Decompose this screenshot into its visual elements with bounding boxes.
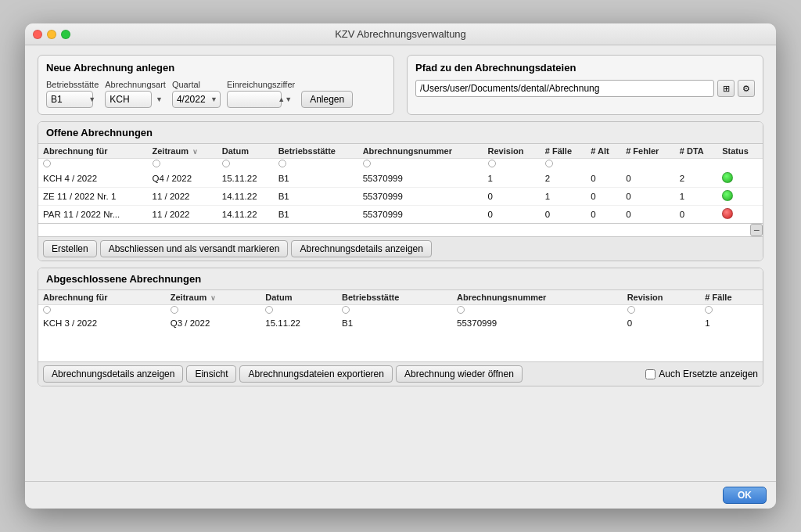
col-status: Status bbox=[717, 144, 763, 159]
col-dta: # DTA bbox=[675, 144, 717, 159]
abrechnungsart-select[interactable]: KCH bbox=[105, 91, 152, 108]
offene-filter-row bbox=[38, 159, 763, 171]
betriebsstaette-label: Betriebsstätte bbox=[46, 80, 99, 89]
abg-filter-betriebsstaette[interactable] bbox=[342, 306, 350, 314]
cell-betriebsstaette: B1 bbox=[274, 170, 358, 188]
col-betriebsstaette: Betriebsstätte bbox=[274, 144, 358, 159]
filter-faelle[interactable] bbox=[545, 160, 553, 167]
quartal-group: Quartal 4/2022 ▼ bbox=[172, 80, 221, 108]
abg-filter-abrechnungsnummer[interactable] bbox=[457, 306, 465, 314]
abg-cell-abrechnung-fuer: KCH 3 / 2022 bbox=[38, 316, 166, 330]
filter-zeitraum[interactable] bbox=[153, 160, 160, 167]
abgeschlossene-spacer bbox=[38, 330, 763, 361]
cell-status bbox=[717, 188, 763, 206]
cell-alt: 0 bbox=[586, 206, 621, 224]
ok-button[interactable]: OK bbox=[723, 487, 767, 504]
cell-revision: 1 bbox=[483, 170, 541, 188]
cell-faelle: 0 bbox=[541, 206, 587, 224]
abg-cell-datum: 15.11.22 bbox=[260, 316, 337, 330]
abg-cell-zeitraum: Q3 / 2022 bbox=[166, 316, 260, 330]
einreichungsziffer-select[interactable] bbox=[227, 91, 282, 108]
einreichungsziffer-group: Einreichungsziffer ▲▼ bbox=[227, 80, 295, 108]
cell-datum: 15.11.22 bbox=[217, 170, 274, 188]
cell-fehler: 0 bbox=[621, 170, 675, 188]
ersetzte-checkbox[interactable] bbox=[645, 369, 656, 379]
collapse-button[interactable]: − bbox=[750, 224, 763, 236]
erstellen-button[interactable]: Erstellen bbox=[43, 240, 97, 257]
traffic-lights bbox=[33, 30, 70, 39]
filter-revision[interactable] bbox=[488, 160, 496, 167]
neue-abrechnung-form: Betriebsstätte B1 ▼ Abrechnungsart K bbox=[46, 80, 386, 108]
abg-col-revision: Revision bbox=[623, 290, 701, 305]
neue-abrechnung-panel: Neue Abrechnung anlegen Betriebsstätte B… bbox=[38, 55, 394, 115]
anlegen-button[interactable]: Anlegen bbox=[301, 91, 353, 108]
wiederoeffnen-button[interactable]: Abrechnung wieder öffnen bbox=[396, 365, 523, 383]
cell-zeitraum: Q4 / 2022 bbox=[148, 170, 217, 188]
filter-datum[interactable] bbox=[222, 160, 230, 167]
main-window: KZV Abrechnungsverwaltung Neue Abrechnun… bbox=[25, 23, 776, 509]
status-icon bbox=[722, 172, 733, 183]
col-zeitraum: Zeitraum ∨ bbox=[148, 144, 217, 159]
abg-details-button[interactable]: Abrechnungsdetails anzeigen bbox=[43, 365, 183, 383]
cell-abrechnungsnummer: 55370999 bbox=[358, 170, 483, 188]
window-title: KZV Abrechnungsverwaltung bbox=[335, 28, 466, 40]
offene-table-row[interactable]: KCH 4 / 2022 Q4 / 2022 15.11.22 B1 55370… bbox=[38, 170, 763, 188]
pfad-input[interactable] bbox=[415, 80, 714, 97]
col-abrechnung-fuer: Abrechnung für bbox=[38, 144, 148, 159]
col-datum: Datum bbox=[217, 144, 274, 159]
pfad-settings-button[interactable]: ⚙ bbox=[738, 80, 755, 97]
exportieren-button[interactable]: Abrechnungsdateien exportieren bbox=[239, 365, 392, 383]
cell-abrechnung-fuer: PAR 11 / 2022 Nr... bbox=[38, 206, 148, 224]
abg-col-abrechnungsnummer: Abrechnungsnummer bbox=[452, 290, 623, 305]
col-revision: Revision bbox=[483, 144, 541, 159]
einreichungsziffer-wrapper: ▲▼ bbox=[227, 91, 295, 108]
col-alt: # Alt bbox=[586, 144, 621, 159]
abgeschlossene-table-row[interactable]: KCH 3 / 2022 Q3 / 2022 15.11.22 B1 55370… bbox=[38, 316, 763, 330]
quartal-select[interactable]: 4/2022 bbox=[172, 91, 221, 108]
cell-dta: 1 bbox=[675, 188, 717, 206]
abg-col-abrechnung-fuer: Abrechnung für bbox=[38, 290, 166, 305]
pfad-image-button[interactable]: ⊞ bbox=[717, 80, 735, 97]
ersetzte-checkbox-label[interactable]: Auch Ersetzte anzeigen bbox=[645, 368, 758, 379]
offene-details-button[interactable]: Abrechnungsdetails anzeigen bbox=[291, 240, 431, 257]
offene-abrechnungen-section: Offene Abrechnungen Abrechnung für Zeitr… bbox=[38, 121, 763, 261]
abg-col-zeitraum: Zeitraum ∨ bbox=[166, 290, 260, 305]
cell-abrechnungsnummer: 55370999 bbox=[358, 188, 483, 206]
quartal-label: Quartal bbox=[172, 80, 221, 89]
abg-filter-abrechnung-fuer[interactable] bbox=[43, 306, 51, 314]
cell-datum: 14.11.22 bbox=[217, 188, 274, 206]
abgeschlossene-table-body: KCH 3 / 2022 Q3 / 2022 15.11.22 B1 55370… bbox=[38, 316, 763, 330]
col-abrechnungsnummer: Abrechnungsnummer bbox=[358, 144, 483, 159]
cell-abrechnung-fuer: KCH 4 / 2022 bbox=[38, 170, 148, 188]
betriebsstaette-select[interactable]: B1 bbox=[46, 91, 93, 108]
offene-abrechnungen-table: Abrechnung für Zeitraum ∨ Datum Betriebs… bbox=[38, 144, 763, 223]
cell-dta: 2 bbox=[675, 170, 717, 188]
abschliessen-button[interactable]: Abschliessen und als versandt markieren bbox=[100, 240, 289, 257]
offene-table-row[interactable]: ZE 11 / 2022 Nr. 1 11 / 2022 14.11.22 B1… bbox=[38, 188, 763, 206]
cell-zeitraum: 11 / 2022 bbox=[148, 206, 217, 224]
filter-abrechnungsnummer[interactable] bbox=[363, 160, 371, 167]
maximize-button[interactable] bbox=[61, 30, 70, 39]
footer: OK bbox=[25, 481, 776, 509]
abg-filter-faelle[interactable] bbox=[705, 306, 713, 314]
filter-abrechnung-fuer[interactable] bbox=[43, 160, 51, 167]
abg-col-datum: Datum bbox=[260, 290, 337, 305]
cell-revision: 0 bbox=[483, 188, 541, 206]
abgeschlossene-table: Abrechnung für Zeitraum ∨ Datum Betriebs… bbox=[38, 290, 763, 330]
abg-filter-revision[interactable] bbox=[627, 306, 635, 314]
einsicht-button[interactable]: Einsicht bbox=[186, 365, 236, 383]
status-icon bbox=[722, 190, 733, 201]
cell-alt: 0 bbox=[586, 188, 621, 206]
abg-cell-betriebsstaette: B1 bbox=[337, 316, 452, 330]
zeitraum-sort-icon: ∨ bbox=[192, 148, 198, 156]
abg-cell-abrechnungsnummer: 55370999 bbox=[452, 316, 623, 330]
filter-betriebsstaette[interactable] bbox=[278, 160, 286, 167]
close-button[interactable] bbox=[33, 30, 42, 39]
cell-revision: 0 bbox=[483, 206, 541, 224]
minimize-button[interactable] bbox=[47, 30, 56, 39]
cell-datum: 14.11.22 bbox=[217, 206, 274, 224]
abg-filter-zeitraum[interactable] bbox=[171, 306, 178, 314]
abg-filter-datum[interactable] bbox=[265, 306, 273, 314]
status-icon bbox=[722, 208, 733, 219]
offene-table-row[interactable]: PAR 11 / 2022 Nr... 11 / 2022 14.11.22 B… bbox=[38, 206, 763, 224]
